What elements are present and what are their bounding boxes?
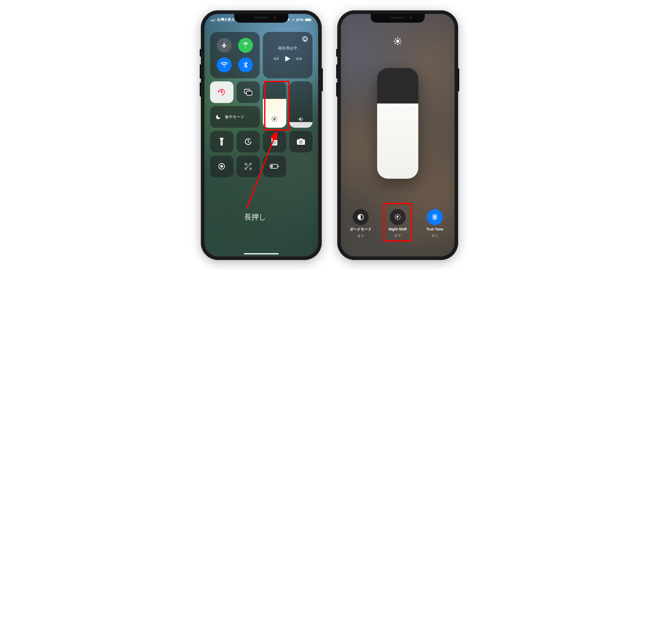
- svg-point-12: [274, 141, 275, 142]
- svg-rect-30: [278, 166, 279, 167]
- sun-icon: [271, 115, 278, 122]
- flashlight-icon: [219, 138, 224, 145]
- wifi-icon: [220, 62, 228, 68]
- dark-mode-label: ダークモード: [350, 227, 372, 232]
- rotation-lock-toggle[interactable]: [210, 82, 234, 103]
- screen-record-button[interactable]: [210, 156, 234, 177]
- svg-point-7: [221, 141, 222, 142]
- svg-point-23: [220, 165, 223, 168]
- true-tone-option[interactable]: True Tone オン: [421, 209, 449, 238]
- airplay-icon[interactable]: [302, 36, 308, 42]
- screen-control-center: 台灣大哥大 VPN 87%: [204, 14, 318, 256]
- svg-rect-27: [249, 167, 249, 168]
- rotation-lock-status-icon: [292, 18, 295, 22]
- true-tone-state: オン: [431, 233, 438, 238]
- airplane-toggle[interactable]: [217, 38, 232, 53]
- svg-point-18: [274, 143, 275, 144]
- svg-point-13: [276, 141, 276, 142]
- screen-mirroring-button[interactable]: [237, 82, 260, 103]
- signal-icon: [211, 19, 215, 21]
- dark-mode-option[interactable]: ダークモード オフ: [347, 209, 375, 238]
- connectivity-module[interactable]: [210, 32, 260, 78]
- svg-point-15: [274, 142, 275, 143]
- notch: [234, 14, 288, 23]
- svg-point-14: [273, 142, 274, 143]
- svg-point-16: [276, 142, 276, 143]
- true-tone-label: True Tone: [426, 227, 443, 231]
- brightness-header-icon: [394, 37, 402, 45]
- svg-point-21: [300, 141, 302, 143]
- calculator-button[interactable]: [263, 131, 286, 153]
- svg-point-6: [274, 118, 276, 120]
- prev-icon[interactable]: [274, 56, 279, 61]
- svg-rect-28: [250, 168, 250, 168]
- bluetooth-toggle[interactable]: [238, 58, 253, 72]
- moon-icon: [215, 114, 221, 120]
- focus-label: 集中モード: [225, 115, 244, 119]
- carrier-label: 台灣大哥大: [217, 18, 235, 22]
- camera-button[interactable]: [289, 131, 313, 153]
- night-shift-icon: [394, 213, 402, 221]
- svg-rect-26: [246, 167, 248, 168]
- svg-rect-25: [249, 165, 250, 166]
- media-title: 再生停止中: [278, 46, 297, 51]
- antenna-icon: [242, 42, 249, 49]
- brightness-slider[interactable]: [263, 82, 286, 128]
- qr-icon: [244, 162, 252, 170]
- media-module[interactable]: 再生停止中: [263, 32, 312, 78]
- rotation-lock-icon: [217, 88, 226, 96]
- night-shift-option[interactable]: Night Shift オフ: [384, 209, 411, 238]
- cellular-toggle[interactable]: [238, 38, 253, 53]
- phone-right: ダークモード オフ Night Shift オフ True Tone オン: [337, 10, 458, 260]
- airplane-icon: [221, 42, 228, 49]
- qr-scan-button[interactable]: [237, 156, 260, 177]
- flashlight-button[interactable]: [210, 131, 234, 153]
- svg-point-2: [304, 38, 307, 41]
- dark-mode-icon: [357, 213, 364, 221]
- notch: [371, 14, 425, 23]
- wifi-toggle[interactable]: [217, 58, 232, 72]
- timer-icon: [244, 138, 252, 145]
- low-power-button[interactable]: [263, 156, 286, 177]
- brightness-large-slider[interactable]: [377, 68, 418, 179]
- true-tone-icon: [431, 213, 439, 221]
- volume-slider[interactable]: [289, 82, 313, 128]
- speaker-icon: [298, 116, 304, 122]
- svg-rect-31: [271, 165, 273, 168]
- svg-point-19: [276, 143, 276, 144]
- next-icon[interactable]: [297, 56, 302, 61]
- screen-brightness-detail: ダークモード オフ Night Shift オフ True Tone オン: [341, 14, 455, 256]
- night-shift-label: Night Shift: [389, 227, 407, 231]
- record-icon: [218, 162, 226, 170]
- home-indicator[interactable]: [244, 253, 279, 254]
- play-icon[interactable]: [285, 56, 290, 62]
- focus-button[interactable]: 集中モード: [210, 106, 260, 128]
- night-shift-state: オフ: [394, 233, 401, 238]
- battery-pct: 87%: [296, 18, 304, 22]
- timer-button[interactable]: [237, 131, 260, 153]
- calculator-icon: [271, 138, 278, 145]
- dark-mode-state: オフ: [357, 234, 364, 238]
- svg-rect-10: [273, 139, 277, 140]
- svg-point-36: [434, 216, 436, 218]
- phone-left: 台灣大哥大 VPN 87%: [201, 10, 322, 260]
- annotation-label: 長押し: [244, 212, 266, 222]
- mirroring-icon: [244, 89, 252, 95]
- svg-rect-0: [293, 20, 294, 20]
- svg-rect-24: [246, 165, 248, 166]
- svg-point-33: [396, 40, 399, 43]
- battery-low-icon: [270, 164, 279, 169]
- camera-icon: [297, 139, 305, 145]
- bluetooth-icon: [243, 62, 248, 68]
- battery-icon: [305, 18, 311, 21]
- svg-point-17: [273, 143, 274, 144]
- svg-rect-3: [221, 91, 223, 93]
- svg-rect-5: [246, 91, 252, 95]
- svg-point-11: [273, 141, 274, 142]
